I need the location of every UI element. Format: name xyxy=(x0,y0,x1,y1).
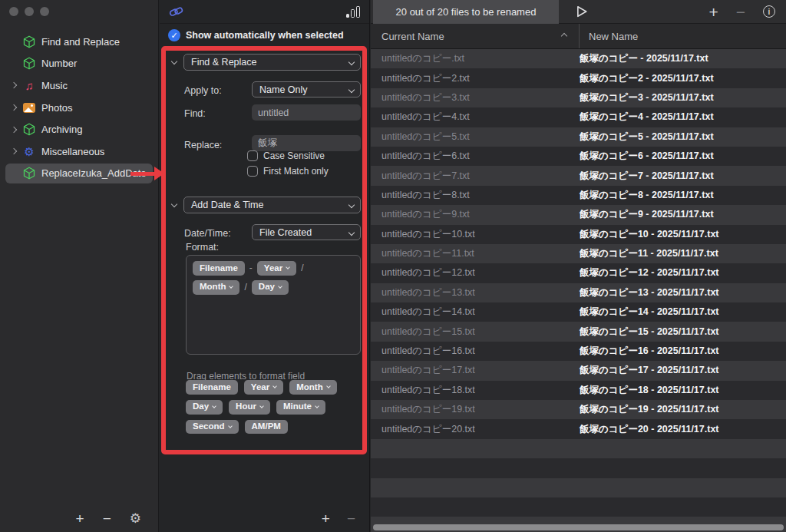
table-row[interactable]: untitledのコピー3.txt飯塚のコピー3 - 2025/11/17.tx… xyxy=(371,88,786,107)
disclosure-slot xyxy=(8,149,20,154)
sidebar-item-music[interactable]: ♫Music xyxy=(0,74,158,97)
table-row[interactable]: untitledのコピー12.txt飯塚のコピー12 - 2025/11/17.… xyxy=(371,263,786,283)
token-pill-day[interactable]: Day xyxy=(252,280,289,295)
sidebar-item-find-and-replace[interactable]: Find and Replace xyxy=(0,31,158,53)
token-pill-month[interactable]: Month xyxy=(289,380,336,395)
token-pill-year[interactable]: Year xyxy=(244,380,283,395)
action1-type-dropdown[interactable]: Find & Replace xyxy=(183,54,361,71)
format-field[interactable]: Filename-Year/Month/Day xyxy=(186,255,361,355)
current-name-cell: untitledのコピー13.txt xyxy=(371,286,580,299)
dropdown-chevron-icon xyxy=(348,86,355,92)
action2-type-dropdown[interactable]: Add Date & Time xyxy=(183,197,361,213)
token-pill-month[interactable]: Month xyxy=(193,280,239,295)
sidebar-item-miscellaneous[interactable]: ⚙Miscellaneous xyxy=(0,140,158,163)
table-row[interactable]: untitledのコピー20.txt飯塚のコピー20 - 2025/11/17.… xyxy=(371,419,786,438)
column-header-new-name[interactable]: New Name xyxy=(580,31,638,42)
apply-to-value: Name Only xyxy=(259,84,308,95)
sidebar-item-label: Miscellaneous xyxy=(41,146,104,157)
current-name-cell: untitledのコピー6.txt xyxy=(371,150,580,163)
disclosure-chevron-icon[interactable] xyxy=(11,148,17,154)
table-row[interactable]: untitledのコピー17.txt飯塚のコピー17 - 2025/11/17.… xyxy=(371,361,786,380)
settings-gear-icon[interactable]: ⚙ xyxy=(130,511,141,527)
table-row[interactable]: untitledのコピー.txt飯塚のコピー - 2025/11/17.txt xyxy=(371,49,786,68)
gear-icon: ⚙ xyxy=(24,146,34,157)
table-row[interactable]: untitledのコピー19.txt飯塚のコピー19 - 2025/11/17.… xyxy=(371,400,786,419)
apply-to-dropdown[interactable]: Name Only xyxy=(252,81,361,97)
sidebar-item-archiving[interactable]: Archiving xyxy=(0,118,158,140)
table-row[interactable]: untitledのコピー11.txt飯塚のコピー11 - 2025/11/17.… xyxy=(371,244,786,263)
find-input[interactable] xyxy=(252,104,361,121)
table-row[interactable]: untitledのコピー16.txt飯塚のコピー16 - 2025/11/17.… xyxy=(371,342,786,361)
action1-type-value: Find & Replace xyxy=(191,57,256,68)
replace-input[interactable] xyxy=(252,135,361,151)
token-pill-label: Month xyxy=(200,282,226,292)
horizontal-scrollbar[interactable] xyxy=(373,524,784,530)
zoom-window-button[interactable] xyxy=(40,7,49,16)
current-name-cell: untitledのコピー11.txt xyxy=(371,247,580,260)
section1-disclosure-chevron-icon[interactable] xyxy=(171,58,177,64)
table-row[interactable]: untitledのコピー15.txt飯塚のコピー15 - 2025/11/17.… xyxy=(371,322,786,341)
sidebar-item-replaceizuka-adddate[interactable]: ReplaceIzuka_AddDate xyxy=(0,163,158,185)
case-sensitive-checkbox[interactable] xyxy=(247,150,258,161)
new-name-cell: 飯塚のコピー18 - 2025/11/17.txt xyxy=(580,384,786,397)
table-row[interactable]: untitledのコピー5.txt飯塚のコピー5 - 2025/11/17.tx… xyxy=(371,127,786,147)
new-name-cell: 飯塚のコピー7 - 2025/11/17.txt xyxy=(580,170,786,183)
run-rename-play-button[interactable] xyxy=(576,5,588,18)
chain-link-icon[interactable] xyxy=(169,5,183,18)
table-row-empty xyxy=(371,497,786,517)
table-row[interactable]: untitledのコピー7.txt飯塚のコピー7 - 2025/11/17.tx… xyxy=(371,166,786,185)
add-files-button[interactable]: + xyxy=(708,4,718,20)
rows-container: untitledのコピー.txt飯塚のコピー - 2025/11/17.txtu… xyxy=(371,49,786,532)
show-automatically-checkbox[interactable]: ✓ xyxy=(168,29,180,41)
first-match-only-checkbox[interactable] xyxy=(247,166,258,177)
token-pill-label: Year xyxy=(264,263,282,274)
token-pill-minute[interactable]: Minute xyxy=(276,400,325,415)
sidebar-item-label: Photos xyxy=(41,102,72,114)
disclosure-chevron-icon[interactable] xyxy=(11,104,17,111)
token-pill-hour[interactable]: Hour xyxy=(229,400,270,415)
add-preset-button[interactable]: + xyxy=(76,511,84,526)
action2-type-value: Add Date & Time xyxy=(191,200,264,210)
table-row[interactable]: untitledのコピー2.txt飯塚のコピー2 - 2025/11/17.tx… xyxy=(371,68,786,88)
minimize-window-button[interactable] xyxy=(25,7,34,16)
token-pill-filename[interactable]: Filename xyxy=(193,261,245,276)
table-row[interactable]: untitledのコピー8.txt飯塚のコピー8 - 2025/11/17.tx… xyxy=(371,186,786,205)
sidebar-item-photos[interactable]: Photos xyxy=(0,97,158,119)
table-row[interactable]: untitledのコピー10.txt飯塚のコピー10 - 2025/11/17.… xyxy=(371,225,786,244)
table-row[interactable]: untitledのコピー13.txt飯塚のコピー13 - 2025/11/17.… xyxy=(371,283,786,302)
sidebar-item-icon-slot xyxy=(20,123,38,136)
table-row[interactable]: untitledのコピー14.txt飯塚のコピー14 - 2025/11/17.… xyxy=(371,302,786,322)
statistics-bars-icon[interactable] xyxy=(346,6,360,18)
disclosure-chevron-icon[interactable] xyxy=(11,126,17,132)
token-separator: / xyxy=(244,282,246,292)
current-name-cell: untitledのコピー7.txt xyxy=(371,170,580,183)
remove-files-button[interactable]: − xyxy=(736,4,745,20)
remove-preset-button[interactable]: − xyxy=(103,511,111,526)
table-header: Current Name New Name xyxy=(371,24,786,49)
token-pill-year[interactable]: Year xyxy=(257,261,296,276)
disclosure-slot xyxy=(8,83,20,88)
sidebar-item-number[interactable]: Number xyxy=(0,53,158,75)
table-row[interactable]: untitledのコピー4.txt飯塚のコピー4 - 2025/11/17.tx… xyxy=(371,107,786,127)
table-row[interactable]: untitledのコピー18.txt飯塚のコピー18 - 2025/11/17.… xyxy=(371,381,786,400)
add-action-button[interactable]: + xyxy=(322,511,330,526)
token-pill-am-pm[interactable]: AM/PM xyxy=(245,420,288,435)
remove-action-button[interactable]: − xyxy=(347,511,355,526)
token-pill-second[interactable]: Second xyxy=(186,420,239,435)
close-window-button[interactable] xyxy=(9,7,18,16)
current-name-cell: untitledのコピー19.txt xyxy=(371,403,580,416)
token-pill-day[interactable]: Day xyxy=(186,400,223,415)
token-pill-filename[interactable]: Filename xyxy=(186,380,238,395)
section2-disclosure-chevron-icon[interactable] xyxy=(171,201,177,207)
token-pill-label: Hour xyxy=(236,401,256,412)
datetime-dropdown[interactable]: File Created xyxy=(252,224,361,240)
current-name-cell: untitledのコピー15.txt xyxy=(371,325,580,339)
sidebar-footer: + − ⚙ xyxy=(0,504,158,532)
table-row[interactable]: untitledのコピー6.txt飯塚のコピー6 - 2025/11/17.tx… xyxy=(371,147,786,166)
disclosure-chevron-icon[interactable] xyxy=(11,82,17,88)
current-name-cell: untitledのコピー14.txt xyxy=(371,306,580,319)
info-icon[interactable]: i xyxy=(763,5,775,18)
status-badge: 20 out of 20 files to be renamed xyxy=(373,0,559,24)
table-row[interactable]: untitledのコピー9.txt飯塚のコピー9 - 2025/11/17.tx… xyxy=(371,205,786,224)
column-header-current-name[interactable]: Current Name xyxy=(371,24,580,48)
